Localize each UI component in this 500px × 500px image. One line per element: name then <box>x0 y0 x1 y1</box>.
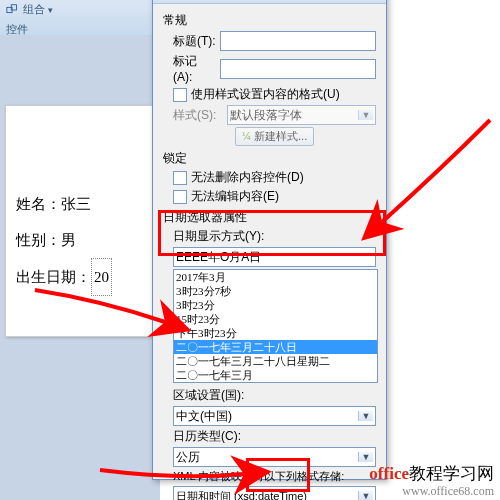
name-label: 姓名： <box>16 196 61 212</box>
general-section-label: 常规 <box>163 12 376 29</box>
title-label: 标题(T): <box>173 33 216 50</box>
xml-format-label: XML 内容被映射时以下列格式存储: <box>173 469 344 484</box>
lock-remove-checkbox[interactable] <box>173 171 187 185</box>
ribbon-group-label: 组合 <box>23 2 45 17</box>
format-list-item[interactable]: 二〇一七年三月二十八日 <box>174 340 377 354</box>
locale-label: 区域设置(国): <box>173 387 244 404</box>
format-input[interactable] <box>173 247 376 267</box>
format-list-item[interactable]: 2017年3月 <box>174 270 377 284</box>
locale-combo[interactable]: 中文(中国) ▼ <box>173 406 376 426</box>
ribbon-dropdown-arrow: ▾ <box>48 5 53 15</box>
sparkle-icon: ¼ <box>242 130 254 142</box>
chevron-down-icon: ▼ <box>358 110 373 120</box>
xml-format-value: 日期和时间 (xsd:dateTime) <box>176 489 307 501</box>
chevron-down-icon: ▼ <box>358 452 373 462</box>
format-list-item[interactable]: 下午3时23分 <box>174 326 377 340</box>
document-background: 姓名：张三 性别：男 出生日期：20 <box>0 35 160 500</box>
style-combo: 默认段落字体 ▼ <box>227 105 376 125</box>
content-control-properties-dialog: 常规 标题(T): 标记(A): 使用样式设置内容的格式(U) 样式(S): 默… <box>152 0 387 480</box>
tag-input[interactable] <box>220 59 376 79</box>
lock-edit-label: 无法编辑内容(E) <box>191 188 279 205</box>
calendar-value: 公历 <box>176 449 200 466</box>
calendar-label: 日历类型(C): <box>173 428 241 445</box>
document-page: 姓名：张三 性别：男 出生日期：20 <box>5 105 167 337</box>
new-style-button: ¼ 新建样式... <box>235 127 314 146</box>
group-icon <box>6 3 20 17</box>
gender-label: 性别： <box>16 232 61 248</box>
datepicker-section-label: 日期选取器属性 <box>163 209 376 226</box>
format-list-item[interactable]: 3时23分7秒 <box>174 284 377 298</box>
tag-label: 标记(A): <box>173 53 216 84</box>
title-input[interactable] <box>220 31 376 51</box>
locale-value: 中文(中国) <box>176 408 232 425</box>
xml-format-combo[interactable]: 日期和时间 (xsd:dateTime) ▼ <box>173 486 376 500</box>
lock-edit-checkbox[interactable] <box>173 190 187 204</box>
format-list-item[interactable]: 3时23分 <box>174 298 377 312</box>
watermark-url: www.office68.com <box>369 485 494 497</box>
birth-label: 出生日期： <box>16 269 91 285</box>
style-value: 默认段落字体 <box>230 107 302 124</box>
gender-value: 男 <box>61 232 76 248</box>
name-value: 张三 <box>61 196 91 212</box>
calendar-combo[interactable]: 公历 ▼ <box>173 447 376 467</box>
ribbon-group-button[interactable]: 组合 ▾ <box>6 2 53 17</box>
lock-section-label: 锁定 <box>163 150 376 167</box>
watermark: office教程学习网 www.office68.com <box>369 462 494 497</box>
format-listbox[interactable]: 2017年3月3时23分7秒3时23分15时23分下午3时23分二〇一七年三月二… <box>173 269 378 383</box>
format-list-item[interactable]: 二〇一七年三月 <box>174 368 377 382</box>
date-content-control[interactable]: 20 <box>91 258 112 296</box>
use-style-checkbox[interactable] <box>173 88 187 102</box>
watermark-brand-red: office <box>369 464 409 483</box>
chevron-down-icon: ▼ <box>358 411 373 421</box>
style-label: 样式(S): <box>173 107 223 124</box>
use-style-label: 使用样式设置内容的格式(U) <box>191 86 340 103</box>
format-label: 日期显示方式(Y): <box>173 228 264 245</box>
format-list-item[interactable]: 15时23分 <box>174 312 377 326</box>
watermark-brand-black: 教程学习网 <box>409 464 494 483</box>
format-list-item[interactable]: 二〇一七年三月二十八日星期二 <box>174 354 377 368</box>
lock-remove-label: 无法删除内容控件(D) <box>191 169 304 186</box>
